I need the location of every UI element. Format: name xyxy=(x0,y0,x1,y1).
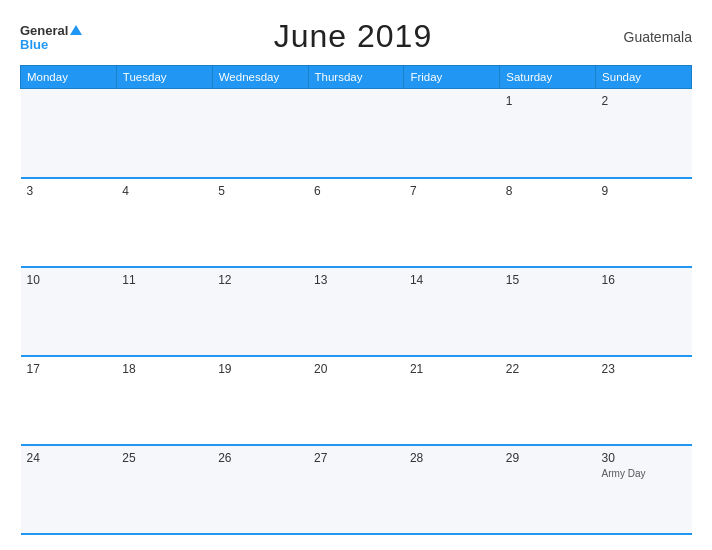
logo-general-text: General xyxy=(20,22,82,38)
day-number: 8 xyxy=(506,184,590,198)
day-number: 20 xyxy=(314,362,398,376)
col-header-saturday: Saturday xyxy=(500,66,596,89)
day-number: 22 xyxy=(506,362,590,376)
calendar-cell: 19 xyxy=(212,356,308,445)
day-number: 10 xyxy=(27,273,111,287)
calendar-row-4: 17181920212223 xyxy=(21,356,692,445)
day-number: 6 xyxy=(314,184,398,198)
day-number: 9 xyxy=(602,184,686,198)
day-number: 21 xyxy=(410,362,494,376)
day-number: 13 xyxy=(314,273,398,287)
calendar-cell: 27 xyxy=(308,445,404,534)
day-number: 17 xyxy=(27,362,111,376)
col-header-thursday: Thursday xyxy=(308,66,404,89)
day-number: 5 xyxy=(218,184,302,198)
calendar-cell xyxy=(308,89,404,178)
col-header-friday: Friday xyxy=(404,66,500,89)
calendar-cell xyxy=(212,89,308,178)
day-number: 11 xyxy=(122,273,206,287)
event-label: Army Day xyxy=(602,468,686,479)
day-number: 3 xyxy=(27,184,111,198)
calendar-cell: 14 xyxy=(404,267,500,356)
day-number: 16 xyxy=(602,273,686,287)
logo-blue-label: Blue xyxy=(20,38,82,51)
col-header-sunday: Sunday xyxy=(596,66,692,89)
day-number: 30 xyxy=(602,451,686,465)
country-label: Guatemala xyxy=(624,29,692,45)
day-number: 28 xyxy=(410,451,494,465)
calendar-cell: 20 xyxy=(308,356,404,445)
calendar-cell: 2 xyxy=(596,89,692,178)
calendar-cell: 16 xyxy=(596,267,692,356)
calendar-cell: 28 xyxy=(404,445,500,534)
col-header-wednesday: Wednesday xyxy=(212,66,308,89)
day-number: 18 xyxy=(122,362,206,376)
calendar-cell: 23 xyxy=(596,356,692,445)
calendar-page: General Blue June 2019 Guatemala Monday … xyxy=(0,0,712,550)
logo: General Blue xyxy=(20,22,82,51)
calendar-cell: 9 xyxy=(596,178,692,267)
calendar-cell: 12 xyxy=(212,267,308,356)
calendar-cell: 15 xyxy=(500,267,596,356)
logo-general-label: General xyxy=(20,23,68,38)
calendar-cell: 7 xyxy=(404,178,500,267)
day-number: 26 xyxy=(218,451,302,465)
calendar-cell: 13 xyxy=(308,267,404,356)
calendar-cell: 4 xyxy=(116,178,212,267)
day-number: 25 xyxy=(122,451,206,465)
day-number: 2 xyxy=(602,94,686,108)
calendar-cell: 29 xyxy=(500,445,596,534)
calendar-cell: 11 xyxy=(116,267,212,356)
calendar-cell: 24 xyxy=(21,445,117,534)
calendar-cell: 17 xyxy=(21,356,117,445)
calendar-cell: 6 xyxy=(308,178,404,267)
day-number: 12 xyxy=(218,273,302,287)
day-number: 15 xyxy=(506,273,590,287)
day-number: 29 xyxy=(506,451,590,465)
col-header-tuesday: Tuesday xyxy=(116,66,212,89)
day-number: 4 xyxy=(122,184,206,198)
day-number: 14 xyxy=(410,273,494,287)
calendar-cell: 25 xyxy=(116,445,212,534)
day-number: 1 xyxy=(506,94,590,108)
calendar-row-2: 3456789 xyxy=(21,178,692,267)
day-number: 19 xyxy=(218,362,302,376)
calendar-cell xyxy=(21,89,117,178)
calendar-title: June 2019 xyxy=(274,18,432,55)
day-number: 23 xyxy=(602,362,686,376)
day-number: 24 xyxy=(27,451,111,465)
calendar-cell: 30Army Day xyxy=(596,445,692,534)
calendar-cell: 22 xyxy=(500,356,596,445)
day-number: 7 xyxy=(410,184,494,198)
calendar-row-5: 24252627282930Army Day xyxy=(21,445,692,534)
calendar-cell: 8 xyxy=(500,178,596,267)
calendar-row-1: 12 xyxy=(21,89,692,178)
header: General Blue June 2019 Guatemala xyxy=(20,18,692,55)
calendar-cell xyxy=(404,89,500,178)
day-number: 27 xyxy=(314,451,398,465)
calendar-cell: 10 xyxy=(21,267,117,356)
calendar-cell: 26 xyxy=(212,445,308,534)
calendar-row-3: 10111213141516 xyxy=(21,267,692,356)
calendar-cell: 21 xyxy=(404,356,500,445)
calendar-cell: 3 xyxy=(21,178,117,267)
calendar-table: Monday Tuesday Wednesday Thursday Friday… xyxy=(20,65,692,535)
calendar-cell: 5 xyxy=(212,178,308,267)
col-header-monday: Monday xyxy=(21,66,117,89)
logo-triangle-icon xyxy=(70,25,82,35)
calendar-cell: 1 xyxy=(500,89,596,178)
calendar-cell: 18 xyxy=(116,356,212,445)
calendar-cell xyxy=(116,89,212,178)
